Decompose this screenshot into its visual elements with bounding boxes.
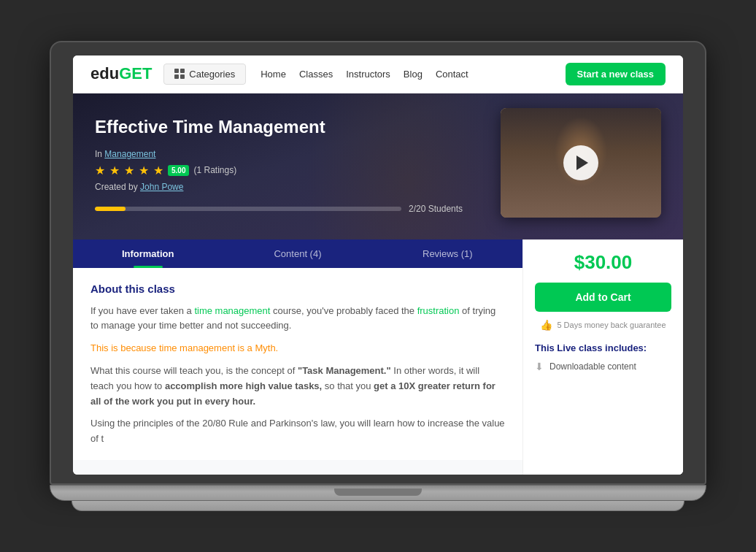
guarantee-text: 5 Days money back guarantee xyxy=(557,321,666,329)
logo-edu: edu xyxy=(90,64,119,83)
progress-bar xyxy=(95,207,401,211)
screen-bezel: eduGET Categories Home Classes Instructo… xyxy=(50,41,706,486)
logo-get: GET xyxy=(119,64,152,83)
highlight-time: time management xyxy=(194,305,270,316)
nav-instructors[interactable]: Instructors xyxy=(346,69,390,80)
grid-icon xyxy=(174,69,185,79)
star-5: ★ xyxy=(153,164,163,177)
purchase-sidebar: $30.00 Add to Cart 👍 5 Days money back g… xyxy=(522,239,683,475)
browser-window: eduGET Categories Home Classes Instructo… xyxy=(73,55,683,475)
nav-blog[interactable]: Blog xyxy=(404,69,423,80)
nav-links: Home Classes Instructors Blog Contact xyxy=(261,69,565,80)
tabs-bar: Information Content (4) Reviews (1) xyxy=(73,239,522,268)
about-paragraph-4: Using the principles of the 20/80 Rule a… xyxy=(90,416,505,445)
shield-icon: 👍 xyxy=(540,319,552,331)
laptop-base xyxy=(50,485,706,501)
myth-text: time management is a Myth. xyxy=(159,342,278,353)
content-left: Information Content (4) Reviews (1) Abou… xyxy=(73,239,522,475)
nav-classes[interactable]: Classes xyxy=(299,69,333,80)
about-title: About this class xyxy=(90,283,505,295)
author-link[interactable]: John Powe xyxy=(140,182,183,192)
about-paragraph-3: What this course will teach you, is the … xyxy=(90,364,505,409)
navbar: eduGET Categories Home Classes Instructo… xyxy=(73,55,683,93)
tab-panel-information: About this class If you have ever taken … xyxy=(73,268,522,461)
laptop-container: eduGET Categories Home Classes Instructo… xyxy=(50,41,706,512)
laptop-notch xyxy=(334,488,422,496)
laptop-keyboard xyxy=(72,501,684,511)
include-downloadable: ⬇ Downloadable content xyxy=(535,361,671,372)
include-downloadable-label: Downloadable content xyxy=(549,361,636,372)
includes-title: This Live class includes: xyxy=(535,342,671,353)
rating-badge: 5.00 xyxy=(168,165,189,176)
rule-text: 20/80 Rule and Parkinson's law xyxy=(202,418,334,429)
category-link[interactable]: Management xyxy=(104,149,155,159)
about-paragraph-2: This is because time management is a Myt… xyxy=(90,341,505,356)
accomplish-text: accomplish more high value tasks, xyxy=(165,380,322,391)
task-mgmt-text: "Task Management." xyxy=(298,365,391,376)
star-4: ★ xyxy=(139,164,149,177)
categories-button[interactable]: Categories xyxy=(163,64,246,85)
course-price: $30.00 xyxy=(535,251,671,274)
main-area: Information Content (4) Reviews (1) Abou… xyxy=(73,239,683,475)
play-icon xyxy=(576,156,588,170)
tab-information[interactable]: Information xyxy=(73,239,223,268)
nav-home[interactable]: Home xyxy=(261,69,286,80)
logo: eduGET xyxy=(90,64,152,83)
hero-section: Effective Time Management In Management … xyxy=(73,93,683,239)
rating-count: (1 Ratings) xyxy=(193,165,236,175)
tab-content[interactable]: Content (4) xyxy=(223,239,372,268)
students-count: 2/20 Students xyxy=(409,204,463,214)
video-thumbnail[interactable] xyxy=(501,108,661,218)
about-paragraph-1: If you have ever taken a time management… xyxy=(90,304,505,334)
star-3: ★ xyxy=(124,164,134,177)
highlight-frustration: frustration xyxy=(417,305,460,316)
nav-contact[interactable]: Contact xyxy=(436,69,468,80)
play-button[interactable] xyxy=(563,145,598,180)
guarantee-row: 👍 5 Days money back guarantee xyxy=(535,319,671,331)
download-icon: ⬇ xyxy=(535,361,544,372)
tab-reviews[interactable]: Reviews (1) xyxy=(373,239,522,268)
star-2: ★ xyxy=(109,164,120,177)
start-new-class-button[interactable]: Start a new class xyxy=(566,63,666,85)
add-to-cart-button[interactable]: Add to Cart xyxy=(535,283,671,312)
star-1: ★ xyxy=(95,164,105,177)
progress-fill xyxy=(95,207,126,211)
